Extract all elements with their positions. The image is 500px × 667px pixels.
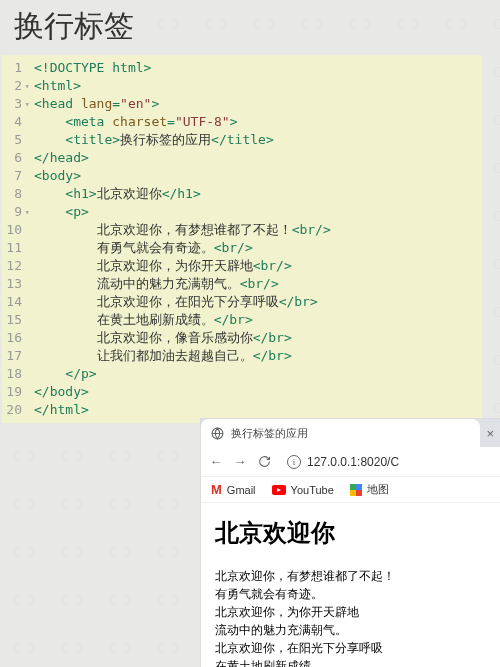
line-number: 18 — [2, 365, 22, 383]
code-line[interactable]: <!DOCTYPE html> — [34, 59, 331, 77]
line-number: 14 — [2, 293, 22, 311]
code-line[interactable]: <h1>北京欢迎你</h1> — [34, 185, 331, 203]
code-line[interactable]: 流动中的魅力充满朝气。<br/> — [34, 275, 331, 293]
info-icon[interactable]: i — [287, 455, 301, 469]
reload-icon[interactable] — [257, 455, 271, 468]
line-number: 17 — [2, 347, 22, 365]
line-number: 4 — [2, 113, 22, 131]
code-line[interactable]: <title>换行标签的应用</title> — [34, 131, 331, 149]
youtube-icon — [272, 485, 286, 495]
fold-icon[interactable]: ▾ — [25, 95, 30, 113]
code-line[interactable]: 北京欢迎你，有梦想谁都了不起！<br/> — [34, 221, 331, 239]
code-line[interactable]: 在黄土地刷新成绩。</br> — [34, 311, 331, 329]
code-line[interactable]: </head> — [34, 149, 331, 167]
line-number: 20 — [2, 401, 22, 419]
line-number: 10 — [2, 221, 22, 239]
line-number: 19 — [2, 383, 22, 401]
browser-tab[interactable]: 换行标签的应用 — [201, 419, 480, 447]
close-icon[interactable]: × — [480, 426, 500, 441]
bookmark-label: YouTube — [291, 484, 334, 496]
gmail-icon: M — [211, 482, 222, 497]
fold-icon[interactable]: ▾ — [25, 77, 30, 95]
code-line[interactable]: </p> — [34, 365, 331, 383]
code-line[interactable]: <body> — [34, 167, 331, 185]
line-number: 1 — [2, 59, 22, 77]
line-number: 11 — [2, 239, 22, 257]
code-line[interactable]: </html> — [34, 401, 331, 419]
code-editor: 12▾3▾456789▾1011121314151617181920 <!DOC… — [2, 55, 482, 423]
browser-tab-bar: 换行标签的应用 × — [201, 419, 500, 447]
forward-icon[interactable]: → — [233, 454, 247, 469]
address-bar[interactable]: i 127.0.0.1:8020/C — [287, 455, 399, 469]
line-number: 5 — [2, 131, 22, 149]
preview-heading: 北京欢迎你 — [215, 515, 486, 551]
line-number: 3▾ — [2, 95, 22, 113]
page-title: 换行标签 — [0, 0, 500, 55]
code-line[interactable]: <meta charset="UTF-8"> — [34, 113, 331, 131]
line-number: 16 — [2, 329, 22, 347]
globe-icon — [211, 427, 224, 440]
line-number: 8 — [2, 185, 22, 203]
code-line[interactable]: <html> — [34, 77, 331, 95]
code-line[interactable]: <p> — [34, 203, 331, 221]
code-line[interactable]: </body> — [34, 383, 331, 401]
code-line[interactable]: 北京欢迎你，为你开天辟地<br/> — [34, 257, 331, 275]
line-number: 7 — [2, 167, 22, 185]
code-line[interactable]: <head lang="en"> — [34, 95, 331, 113]
line-number-gutter: 12▾3▾456789▾1011121314151617181920 — [2, 55, 26, 423]
fold-icon[interactable]: ▾ — [25, 203, 30, 221]
line-number: 15 — [2, 311, 22, 329]
code-line[interactable]: 有勇气就会有奇迹。<br/> — [34, 239, 331, 257]
line-number: 12 — [2, 257, 22, 275]
browser-nav-bar: ← → i 127.0.0.1:8020/C — [201, 447, 500, 477]
line-number: 6 — [2, 149, 22, 167]
code-line[interactable]: 让我们都加油去超越自己。</br> — [34, 347, 331, 365]
maps-icon — [350, 484, 362, 496]
code-line[interactable]: 北京欢迎你，在阳光下分享呼吸</br> — [34, 293, 331, 311]
bookmark-youtube[interactable]: YouTube — [272, 484, 334, 496]
bookmarks-bar: M Gmail YouTube 地图 — [201, 477, 500, 503]
line-number: 2▾ — [2, 77, 22, 95]
back-icon[interactable]: ← — [209, 454, 223, 469]
tab-title: 换行标签的应用 — [231, 426, 308, 441]
bookmark-label: Gmail — [227, 484, 256, 496]
code-line[interactable]: 北京欢迎你，像音乐感动你</br> — [34, 329, 331, 347]
url-text: 127.0.0.1:8020/C — [307, 455, 399, 469]
line-number: 9▾ — [2, 203, 22, 221]
bookmark-maps[interactable]: 地图 — [350, 482, 389, 497]
bookmark-label: 地图 — [367, 482, 389, 497]
preview-content: 北京欢迎你 北京欢迎你，有梦想谁都了不起！有勇气就会有奇迹。北京欢迎你，为你开天… — [201, 503, 500, 667]
code-body[interactable]: <!DOCTYPE html><html><head lang="en"> <m… — [26, 55, 335, 423]
bookmark-gmail[interactable]: M Gmail — [211, 482, 256, 497]
line-number: 13 — [2, 275, 22, 293]
browser-preview-window: 换行标签的应用 × ← → i 127.0.0.1:8020/C M Gmail… — [200, 418, 500, 667]
preview-body-text: 北京欢迎你，有梦想谁都了不起！有勇气就会有奇迹。北京欢迎你，为你开天辟地流动中的… — [215, 567, 486, 667]
